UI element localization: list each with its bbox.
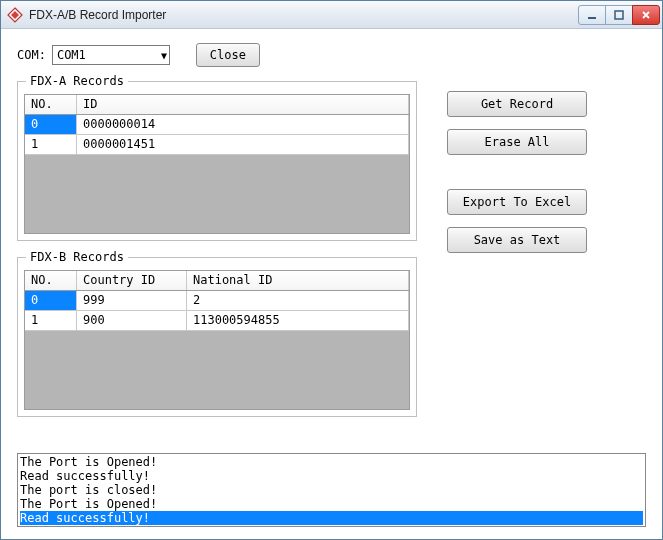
save-text-button[interactable]: Save as Text xyxy=(447,227,587,253)
close-window-button[interactable] xyxy=(632,5,660,25)
col-header-country-id[interactable]: Country ID xyxy=(77,271,187,290)
table-header: NO. Country ID National ID xyxy=(25,271,409,291)
get-record-button[interactable]: Get Record xyxy=(447,91,587,117)
cell-no: 0 xyxy=(25,291,77,310)
log-line: The Port is Opened! xyxy=(20,455,643,469)
fdx-b-records-group: FDX-B Records NO. Country ID National ID… xyxy=(17,257,417,417)
com-select-value: COM1 xyxy=(57,48,86,62)
titlebar[interactable]: FDX-A/B Record Importer xyxy=(1,1,662,29)
svg-rect-2 xyxy=(588,17,596,19)
group-title-b: FDX-B Records xyxy=(26,250,128,264)
client-area: COM: COM1 ▼ Close FDX-A Records NO. ID xyxy=(1,29,662,539)
col-header-no[interactable]: NO. xyxy=(25,95,77,114)
com-label: COM: xyxy=(17,48,46,62)
close-button[interactable]: Close xyxy=(196,43,260,67)
cell-id: 0000001451 xyxy=(77,135,409,154)
minimize-button[interactable] xyxy=(578,5,606,25)
action-buttons: Get Record Erase All Export To Excel Sav… xyxy=(447,81,646,433)
cell-id: 0000000014 xyxy=(77,115,409,134)
erase-all-button[interactable]: Erase All xyxy=(447,129,587,155)
table-header: NO. ID xyxy=(25,95,409,115)
log-line: The port is closed! xyxy=(20,483,643,497)
log-line: Read successfully! xyxy=(20,511,643,525)
app-icon xyxy=(7,7,23,23)
svg-rect-3 xyxy=(615,11,623,19)
cell-country-id: 900 xyxy=(77,311,187,330)
cell-country-id: 999 xyxy=(77,291,187,310)
chevron-down-icon: ▼ xyxy=(161,50,167,61)
com-select[interactable]: COM1 ▼ xyxy=(52,45,170,65)
table-row[interactable]: 1 900 113000594855 xyxy=(25,311,409,331)
col-header-no[interactable]: NO. xyxy=(25,271,77,290)
log-output[interactable]: The Port is Opened! Read successfully! T… xyxy=(17,453,646,527)
cell-national-id: 2 xyxy=(187,291,409,310)
window-controls xyxy=(579,5,660,25)
cell-no: 1 xyxy=(25,135,77,154)
table-row[interactable]: 1 0000001451 xyxy=(25,135,409,155)
fdx-a-grid[interactable]: NO. ID 0 0000000014 1 0000001451 xyxy=(24,94,410,234)
app-window: FDX-A/B Record Importer COM: COM1 ▼ Clos… xyxy=(0,0,663,540)
top-controls: COM: COM1 ▼ Close xyxy=(17,43,646,67)
table-row[interactable]: 0 0000000014 xyxy=(25,115,409,135)
cell-national-id: 113000594855 xyxy=(187,311,409,330)
fdx-a-records-group: FDX-A Records NO. ID 0 0000000014 1 0000 xyxy=(17,81,417,241)
cell-no: 0 xyxy=(25,115,77,134)
table-row[interactable]: 0 999 2 xyxy=(25,291,409,311)
maximize-button[interactable] xyxy=(605,5,633,25)
log-line: The Port is Opened! xyxy=(20,497,643,511)
log-line: Read successfully! xyxy=(20,469,643,483)
export-excel-button[interactable]: Export To Excel xyxy=(447,189,587,215)
fdx-b-grid[interactable]: NO. Country ID National ID 0 999 2 1 900 xyxy=(24,270,410,410)
cell-no: 1 xyxy=(25,311,77,330)
col-header-id[interactable]: ID xyxy=(77,95,409,114)
group-title-a: FDX-A Records xyxy=(26,74,128,88)
window-title: FDX-A/B Record Importer xyxy=(29,8,166,22)
col-header-national-id[interactable]: National ID xyxy=(187,271,409,290)
